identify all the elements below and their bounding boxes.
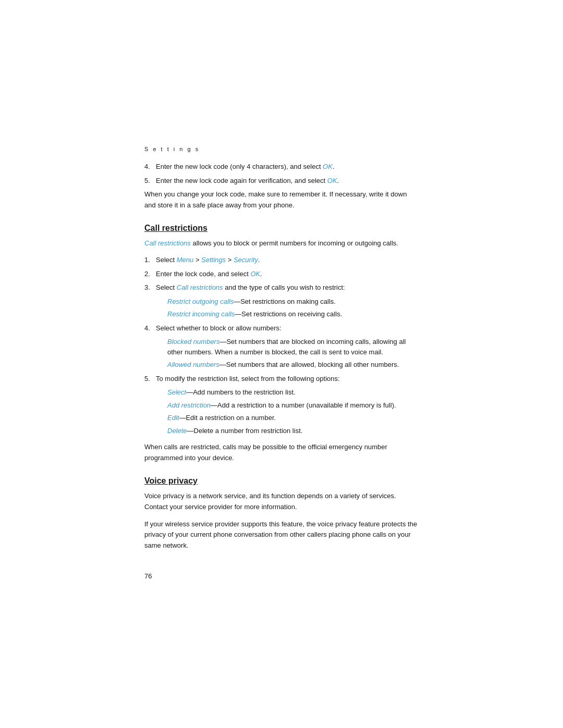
delete-link[interactable]: Delete [167, 427, 187, 435]
call-restrictions-link[interactable]: Call restrictions [177, 283, 223, 291]
cr-step-2-ok-link[interactable]: OK [250, 270, 260, 278]
select-link[interactable]: Select [167, 388, 186, 396]
cr-step-3-num: 3. [144, 282, 156, 293]
add-restriction-item: Add restriction—Add a restriction to a n… [167, 400, 419, 411]
cr-step-3-content: Select Call restrictions and the type of… [156, 282, 419, 293]
cr-step-3: 3. Select Call restrictions and the type… [144, 282, 419, 293]
select-item: Select—Add numbers to the restriction li… [167, 387, 419, 398]
voice-privacy-para1: Voice privacy is a network service, and … [144, 491, 419, 513]
edit-item: Edit—Edit a restriction on a number. [167, 413, 419, 423]
settings-link[interactable]: Settings [201, 256, 226, 264]
select-desc: —Add numbers to the restriction list. [186, 388, 296, 396]
cr-step-2: 2. Enter the lock code, and select OK. [144, 269, 419, 279]
page: S e t t i n g s 4. Enter the new lock co… [0, 0, 563, 728]
step-5-num: 5. [144, 176, 156, 186]
edit-link[interactable]: Edit [167, 414, 179, 422]
security-link[interactable]: Security [234, 256, 258, 264]
add-restriction-desc: —Add a restriction to a number (unavaila… [211, 401, 396, 409]
voice-privacy-para2: If your wireless service provider suppor… [144, 519, 419, 551]
step-4-item: 4. Enter the new lock code (only 4 chara… [144, 162, 419, 172]
call-restrictions-intro: Call restrictions allows you to block or… [144, 238, 419, 249]
restrict-outgoing-desc: —Set restrictions on making calls. [234, 298, 336, 305]
step-4-content: Enter the new lock code (only 4 characte… [156, 162, 419, 172]
allowed-numbers-link[interactable]: Allowed numbers [167, 361, 219, 368]
restrict-outgoing-item: Restrict outgoing calls—Set restrictions… [167, 297, 419, 307]
delete-item: Delete—Delete a number from restriction … [167, 426, 419, 436]
step-5-ok-link[interactable]: OK [327, 177, 337, 184]
menu-link[interactable]: Menu [177, 256, 194, 264]
call-restrictions-footer: When calls are restricted, calls may be … [144, 442, 419, 464]
step-5-item: 5. Enter the new lock code again for ver… [144, 176, 419, 186]
cr-step-4-content: Select whether to block or allow numbers… [156, 323, 419, 334]
cr-step-2-content: Enter the lock code, and select OK. [156, 269, 419, 279]
step-4-ok-link[interactable]: OK [323, 163, 333, 170]
delete-desc: —Delete a number from restriction list. [187, 427, 303, 435]
call-restrictions-intro-text: allows you to block or permit numbers fo… [191, 239, 398, 247]
blocked-numbers-item: Blocked numbers—Set numbers that are blo… [167, 337, 419, 357]
cr-step-2-num: 2. [144, 269, 156, 279]
cr-step-1: 1. Select Menu > Settings > Security. [144, 255, 419, 265]
cr-step-4-num: 4. [144, 323, 156, 334]
cr-step-5-content: To modify the restriction list, select f… [156, 374, 419, 384]
warning-text: When you change your lock code, make sur… [144, 189, 419, 211]
cr-step-5-num: 5. [144, 374, 156, 384]
call-restrictions-heading: Call restrictions [144, 224, 419, 233]
edit-desc: —Edit a restriction on a number. [179, 414, 276, 422]
blocked-numbers-link[interactable]: Blocked numbers [167, 338, 219, 346]
allowed-numbers-item: Allowed numbers—Set numbers that are all… [167, 360, 419, 370]
cr-step-1-content: Select Menu > Settings > Security. [156, 255, 419, 265]
call-restrictions-intro-link[interactable]: Call restrictions [144, 239, 191, 247]
allowed-numbers-desc: —Set numbers that are allowed, blocking … [219, 361, 399, 368]
restrict-incoming-link[interactable]: Restrict incoming calls [167, 310, 235, 318]
restrict-incoming-desc: —Set restrictions on receiving calls. [235, 310, 342, 318]
add-restriction-link[interactable]: Add restriction [167, 401, 211, 409]
restrict-incoming-item: Restrict incoming calls—Set restrictions… [167, 309, 419, 319]
page-number: 76 [144, 572, 419, 580]
step-5-content: Enter the new lock code again for verifi… [156, 176, 419, 186]
restrict-outgoing-link[interactable]: Restrict outgoing calls [167, 298, 234, 305]
voice-privacy-heading: Voice privacy [144, 476, 419, 486]
step-4-num: 4. [144, 162, 156, 172]
section-label: S e t t i n g s [144, 146, 419, 152]
cr-step-1-num: 1. [144, 255, 156, 265]
cr-step-4: 4. Select whether to block or allow numb… [144, 323, 419, 334]
cr-step-5: 5. To modify the restriction list, selec… [144, 374, 419, 384]
